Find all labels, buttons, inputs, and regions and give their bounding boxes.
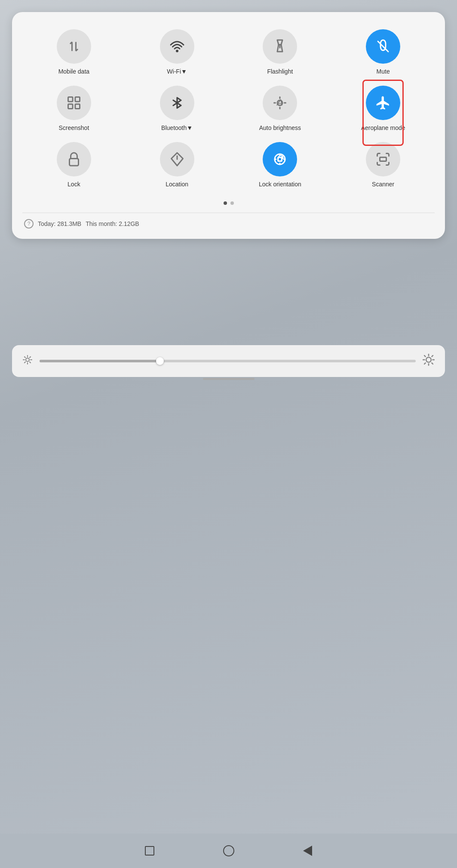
brightness-fill [40,360,160,362]
svg-rect-5 [68,97,73,102]
svg-rect-7 [68,104,73,109]
tile-aeroplane-mode-label: Aeroplane mode [361,124,405,132]
brightness-low-icon [22,355,33,368]
data-usage-month: This month: 2.12GB [86,220,139,227]
svg-line-29 [30,362,31,363]
svg-rect-22 [380,157,386,161]
tile-wifi-label: Wi-Fi▼ [167,68,187,75]
tile-bluetooth-label: Bluetooth▼ [161,124,193,132]
svg-point-2 [176,50,178,52]
tile-location[interactable]: Location [126,139,229,192]
recent-apps-icon[interactable] [145,846,154,856]
divider [22,213,435,213]
bluetooth-icon [160,86,194,120]
brightness-track[interactable] [40,360,416,362]
auto-brightness-icon: A [263,86,297,120]
svg-line-37 [424,355,425,356]
brightness-slider-panel [12,345,445,377]
data-usage-row: ? Today: 281.3MB This month: 2.12GB [22,219,435,229]
svg-rect-20 [278,157,282,161]
tiles-grid: Mobile data Wi-Fi▼ [22,26,435,191]
handle-bar[interactable] [203,378,255,380]
tile-aeroplane-mode[interactable]: Aeroplane mode [331,82,435,135]
brightness-high-icon [423,354,435,368]
quick-settings-panel: Mobile data Wi-Fi▼ [12,12,445,239]
wifi-icon [160,29,194,64]
tile-mute[interactable]: Mute [331,26,435,79]
svg-line-30 [25,362,25,363]
svg-rect-15 [69,158,78,166]
tile-location-label: Location [166,181,188,188]
svg-line-40 [432,355,432,356]
tile-auto-brightness-label: Auto brightness [259,124,301,132]
lock-icon [57,142,91,176]
mute-icon [366,29,400,64]
lock-orientation-icon [263,142,297,176]
page-dots [22,201,435,205]
svg-line-28 [25,357,25,358]
mobile-data-icon [57,29,91,64]
svg-rect-6 [75,97,80,102]
tile-bluetooth[interactable]: Bluetooth▼ [126,82,229,135]
tile-screenshot[interactable]: Screenshot [22,82,126,135]
tile-mute-label: Mute [377,68,390,75]
tile-mobile-data-label: Mobile data [58,68,89,75]
scanner-icon [366,142,400,176]
tile-lock[interactable]: Lock [22,139,126,192]
back-icon[interactable] [303,846,312,856]
tile-mobile-data[interactable]: Mobile data [22,26,126,79]
aeroplane-icon [366,86,400,120]
data-usage-icon: ? [24,219,34,229]
screenshot-icon [57,86,91,120]
tile-lock-orientation[interactable]: Lock orientation [229,139,332,192]
nav-bar [0,834,457,868]
location-icon [160,142,194,176]
flashlight-icon [263,29,297,64]
tile-lock-orientation-label: Lock orientation [259,181,301,188]
data-usage-today: Today: 281.3MB [38,220,81,227]
brightness-thumb[interactable] [156,357,164,365]
tile-scanner[interactable]: Scanner [331,139,435,192]
tile-flashlight-label: Flashlight [267,68,293,75]
svg-line-31 [30,357,31,358]
home-icon[interactable] [223,845,234,856]
tile-flashlight[interactable]: Flashlight [229,26,332,79]
svg-line-39 [424,363,425,364]
tile-wifi[interactable]: Wi-Fi▼ [126,26,229,79]
svg-rect-8 [75,104,80,109]
dot-1[interactable] [224,201,227,205]
tile-lock-label: Lock [67,181,80,188]
tile-auto-brightness[interactable]: A Auto brightness [229,82,332,135]
svg-point-23 [26,358,29,361]
tile-scanner-label: Scanner [372,181,394,188]
svg-line-38 [432,363,432,364]
dot-2[interactable] [230,201,234,205]
svg-point-21 [282,157,283,158]
tile-screenshot-label: Screenshot [58,124,89,132]
svg-point-32 [426,357,431,362]
